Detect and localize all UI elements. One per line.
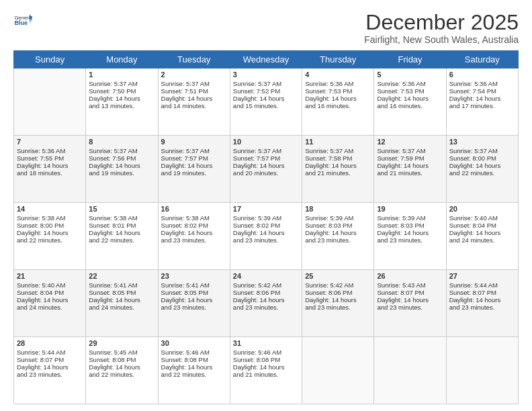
day-number: 3: [233, 71, 299, 79]
day-info-line: Sunset: 8:05 PM: [161, 289, 227, 296]
day-info-line: and 15 minutes.: [233, 102, 299, 109]
calendar-week-4: 28Sunrise: 5:44 AMSunset: 8:07 PMDayligh…: [14, 337, 519, 404]
day-info-line: Sunrise: 5:40 AM: [17, 281, 83, 289]
day-number: 21: [17, 272, 83, 280]
title-area: December 2025 Fairlight, New South Wales…: [364, 11, 519, 45]
day-info-line: Daylight: 14 hours: [449, 296, 515, 304]
day-info-line: Sunrise: 5:42 AM: [305, 281, 371, 289]
day-info-line: Sunset: 7:53 PM: [377, 87, 443, 95]
calendar-cell: 30Sunrise: 5:46 AMSunset: 8:08 PMDayligh…: [158, 337, 230, 404]
day-info-line: Sunrise: 5:38 AM: [17, 214, 83, 222]
day-info-line: Daylight: 14 hours: [377, 229, 443, 236]
day-number: 20: [449, 205, 515, 213]
day-info-line: Daylight: 14 hours: [305, 95, 371, 102]
day-info-line: Daylight: 14 hours: [17, 229, 83, 236]
day-number: 4: [305, 71, 371, 79]
day-info-line: Sunrise: 5:39 AM: [377, 214, 443, 222]
day-number: 29: [89, 339, 154, 347]
day-info-line: Daylight: 14 hours: [89, 162, 154, 169]
day-info-line: Sunset: 8:02 PM: [161, 222, 227, 229]
day-info-line: Daylight: 14 hours: [161, 363, 227, 371]
day-info-line: and 22 minutes.: [449, 169, 515, 177]
calendar-cell: 13Sunrise: 5:37 AMSunset: 8:00 PMDayligh…: [446, 136, 518, 203]
calendar-cell: 17Sunrise: 5:39 AMSunset: 8:02 PMDayligh…: [230, 203, 302, 270]
day-info-line: Sunrise: 5:39 AM: [305, 214, 371, 222]
day-info-line: Sunset: 7:57 PM: [233, 154, 299, 162]
calendar-cell: 24Sunrise: 5:42 AMSunset: 8:06 PMDayligh…: [230, 270, 302, 337]
day-info-line: Sunset: 8:00 PM: [449, 154, 515, 162]
calendar-cell: 10Sunrise: 5:37 AMSunset: 7:57 PMDayligh…: [230, 136, 302, 203]
col-saturday: Saturday: [446, 51, 518, 68]
calendar-cell: 28Sunrise: 5:44 AMSunset: 8:07 PMDayligh…: [14, 337, 86, 404]
day-info-line: Sunset: 7:59 PM: [377, 154, 443, 162]
calendar-cell: 3Sunrise: 5:37 AMSunset: 7:52 PMDaylight…: [230, 68, 302, 136]
day-info-line: and 23 minutes.: [377, 304, 443, 311]
day-info-line: and 19 minutes.: [161, 169, 227, 177]
day-info-line: and 14 minutes.: [161, 102, 227, 109]
day-info-line: Daylight: 14 hours: [161, 296, 227, 304]
day-info-line: Sunrise: 5:37 AM: [89, 80, 154, 87]
day-info-line: and 23 minutes.: [233, 304, 299, 311]
day-info-line: and 16 minutes.: [305, 102, 371, 109]
day-info-line: and 23 minutes.: [305, 304, 371, 311]
day-info-line: Sunrise: 5:37 AM: [377, 147, 443, 154]
day-info-line: Sunset: 8:08 PM: [161, 356, 227, 363]
calendar-cell: 25Sunrise: 5:42 AMSunset: 8:06 PMDayligh…: [302, 270, 374, 337]
calendar-cell: 29Sunrise: 5:45 AMSunset: 8:08 PMDayligh…: [86, 337, 158, 404]
calendar-cell: 26Sunrise: 5:43 AMSunset: 8:07 PMDayligh…: [374, 270, 446, 337]
day-number: 18: [305, 205, 371, 213]
day-info-line: Sunset: 7:52 PM: [233, 87, 299, 95]
day-number: 6: [449, 71, 515, 79]
day-info-line: Sunrise: 5:38 AM: [89, 214, 154, 222]
day-info-line: and 22 minutes.: [17, 236, 83, 244]
logo-icon: General Blue: [13, 11, 32, 30]
calendar-cell: [302, 337, 374, 404]
day-number: 15: [89, 205, 154, 213]
day-info-line: Sunrise: 5:36 AM: [449, 80, 515, 87]
month-title: December 2025: [364, 11, 519, 34]
calendar-cell: 15Sunrise: 5:38 AMSunset: 8:01 PMDayligh…: [86, 203, 158, 270]
calendar-cell: 2Sunrise: 5:37 AMSunset: 7:51 PMDaylight…: [158, 68, 230, 136]
day-info-line: Daylight: 14 hours: [89, 95, 154, 102]
day-number: 28: [17, 339, 83, 347]
day-info-line: Sunset: 7:58 PM: [305, 154, 371, 162]
calendar-cell: [446, 337, 518, 404]
day-info-line: Sunset: 7:55 PM: [17, 154, 83, 162]
day-info-line: Sunrise: 5:45 AM: [89, 349, 154, 356]
day-number: 10: [233, 138, 299, 146]
day-info-line: Sunrise: 5:38 AM: [161, 214, 227, 222]
day-number: 24: [233, 272, 299, 280]
calendar-cell: 4Sunrise: 5:36 AMSunset: 7:53 PMDaylight…: [302, 68, 374, 136]
day-info-line: and 23 minutes.: [17, 371, 83, 378]
day-info-line: Sunrise: 5:46 AM: [233, 349, 299, 356]
day-info-line: Sunset: 7:56 PM: [89, 154, 154, 162]
calendar-week-2: 14Sunrise: 5:38 AMSunset: 8:00 PMDayligh…: [14, 203, 519, 270]
day-number: 16: [161, 205, 227, 213]
day-number: 11: [305, 138, 371, 146]
day-info-line: and 19 minutes.: [89, 169, 154, 177]
col-sunday: Sunday: [14, 51, 86, 68]
day-info-line: Sunset: 8:06 PM: [305, 289, 371, 296]
logo: General Blue: [13, 11, 32, 30]
day-info-line: and 17 minutes.: [449, 102, 515, 109]
day-info-line: Daylight: 14 hours: [89, 229, 154, 236]
day-info-line: Daylight: 14 hours: [17, 363, 83, 371]
day-info-line: Sunrise: 5:44 AM: [449, 281, 515, 289]
day-info-line: Daylight: 14 hours: [161, 95, 227, 102]
day-info-line: Daylight: 14 hours: [305, 296, 371, 304]
day-number: 8: [89, 138, 154, 146]
calendar-cell: 1Sunrise: 5:37 AMSunset: 7:50 PMDaylight…: [86, 68, 158, 136]
day-info-line: Sunrise: 5:37 AM: [305, 147, 371, 154]
col-thursday: Thursday: [302, 51, 374, 68]
day-info-line: Daylight: 14 hours: [449, 95, 515, 102]
calendar-cell: 20Sunrise: 5:40 AMSunset: 8:04 PMDayligh…: [446, 203, 518, 270]
day-number: 19: [377, 205, 443, 213]
calendar-cell: 27Sunrise: 5:44 AMSunset: 8:07 PMDayligh…: [446, 270, 518, 337]
calendar-week-1: 7Sunrise: 5:36 AMSunset: 7:55 PMDaylight…: [14, 136, 519, 203]
day-info-line: and 23 minutes.: [305, 236, 371, 244]
day-info-line: and 23 minutes.: [449, 304, 515, 311]
day-info-line: and 24 minutes.: [17, 304, 83, 311]
col-tuesday: Tuesday: [158, 51, 230, 68]
day-info-line: Daylight: 14 hours: [377, 162, 443, 169]
day-info-line: and 23 minutes.: [377, 236, 443, 244]
